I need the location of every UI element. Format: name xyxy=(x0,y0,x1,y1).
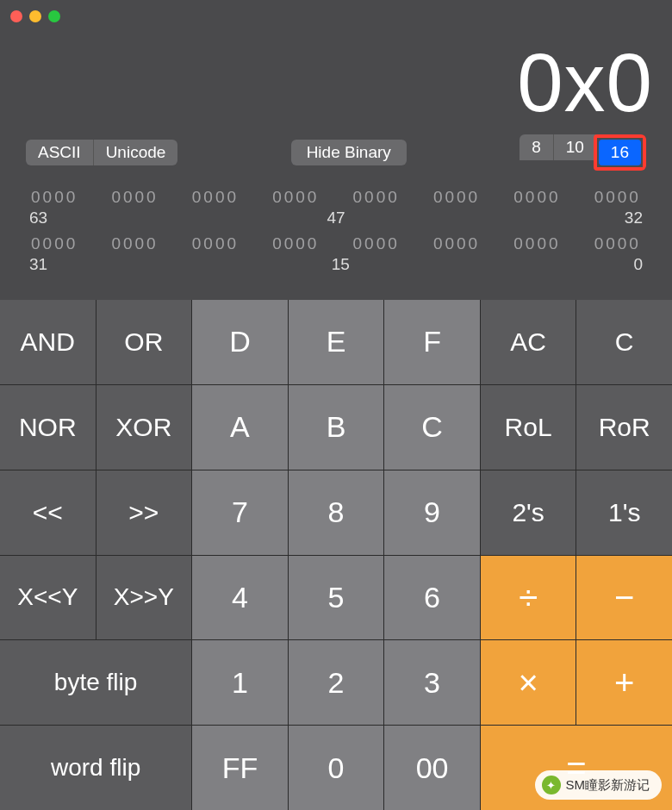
binary-row-high[interactable]: 0000 0000 0000 0000 0000 0000 0000 0000 xyxy=(26,188,646,207)
maximize-icon[interactable] xyxy=(48,10,60,22)
binary-row-low[interactable]: 0000 0000 0000 0000 0000 0000 0000 0000 xyxy=(26,234,646,253)
bit-group[interactable]: 0000 xyxy=(111,188,158,207)
base-10-button[interactable]: 10 xyxy=(554,134,597,160)
bit-group[interactable]: 0000 xyxy=(111,234,158,253)
bit-group[interactable]: 0000 xyxy=(433,234,480,253)
digit-4-button[interactable]: 4 xyxy=(192,556,288,640)
ascii-button[interactable]: ASCII xyxy=(26,140,94,165)
bit-index-label: 32 xyxy=(625,209,643,227)
double-zero-button[interactable]: 00 xyxy=(384,726,480,810)
encoding-segment: ASCII Unicode xyxy=(26,140,177,165)
digit-e-button[interactable]: E xyxy=(289,300,384,384)
byte-flip-button[interactable]: byte flip xyxy=(0,640,191,725)
and-button[interactable]: AND xyxy=(0,300,96,384)
close-icon[interactable] xyxy=(10,10,22,22)
ror-button[interactable]: RoR xyxy=(576,385,672,470)
base-segment: 8 10 16 xyxy=(520,134,646,171)
unicode-button[interactable]: Unicode xyxy=(94,140,178,165)
digit-d-button[interactable]: D xyxy=(192,300,288,384)
digit-b-button[interactable]: B xyxy=(289,385,384,470)
bit-index-label: 31 xyxy=(29,255,47,274)
watermark-badge: ✦ SM瞳影新游记 xyxy=(535,770,663,800)
x-shr-y-button[interactable]: X>>Y xyxy=(96,556,192,640)
digit-1-button[interactable]: 1 xyxy=(192,640,288,725)
bit-group[interactable]: 0000 xyxy=(433,188,480,207)
titlebar xyxy=(0,0,672,33)
bit-group[interactable]: 0000 xyxy=(353,234,400,253)
ff-button[interactable]: FF xyxy=(192,726,288,810)
binary-labels-low: 31 15 0 xyxy=(26,255,646,281)
calculator-window: 0x0 ASCII Unicode Hide Binary 8 10 16 00… xyxy=(0,0,672,810)
watermark-text: SM瞳影新游记 xyxy=(566,777,650,794)
digit-a-button[interactable]: A xyxy=(192,385,288,470)
digit-f-button[interactable]: F xyxy=(384,300,480,384)
bit-group[interactable]: 0000 xyxy=(353,188,400,207)
bit-group[interactable]: 0000 xyxy=(513,234,560,253)
binary-toggle-segment: Hide Binary xyxy=(291,140,407,165)
wechat-icon: ✦ xyxy=(542,776,561,794)
bit-group[interactable]: 0000 xyxy=(594,234,641,253)
multiply-button[interactable]: × xyxy=(481,640,576,725)
bit-group[interactable]: 0000 xyxy=(31,234,78,253)
bit-group[interactable]: 0000 xyxy=(594,188,641,207)
base-8-button[interactable]: 8 xyxy=(520,134,554,160)
minimize-icon[interactable] xyxy=(29,10,41,22)
rol-button[interactable]: RoL xyxy=(481,385,576,470)
shift-right-button[interactable]: >> xyxy=(96,470,192,555)
clear-button[interactable]: C xyxy=(576,300,672,384)
binary-labels-high: 63 47 32 xyxy=(26,209,646,234)
bit-group[interactable]: 0000 xyxy=(192,188,239,207)
divide-button[interactable]: ÷ xyxy=(481,556,576,640)
or-button[interactable]: OR xyxy=(96,300,192,384)
twos-complement-button[interactable]: 2's xyxy=(481,470,576,555)
digit-6-button[interactable]: 6 xyxy=(384,556,480,640)
bit-index-label: 63 xyxy=(29,209,47,227)
bit-index-label: 0 xyxy=(633,255,643,274)
base-16-button[interactable]: 16 xyxy=(599,140,641,165)
bit-group[interactable]: 0000 xyxy=(31,188,78,207)
digit-7-button[interactable]: 7 xyxy=(192,470,288,555)
all-clear-button[interactable]: AC xyxy=(481,300,576,384)
digit-5-button[interactable]: 5 xyxy=(289,556,384,640)
hide-binary-button[interactable]: Hide Binary xyxy=(291,140,407,165)
digit-2-button[interactable]: 2 xyxy=(289,640,384,725)
digit-9-button[interactable]: 9 xyxy=(384,470,480,555)
x-shl-y-button[interactable]: X<<Y xyxy=(0,556,96,640)
bit-index-label: 47 xyxy=(327,209,345,227)
digit-0-button[interactable]: 0 xyxy=(289,726,384,810)
bit-group[interactable]: 0000 xyxy=(513,188,560,207)
ones-complement-button[interactable]: 1's xyxy=(576,470,672,555)
display-area: 0x0 xyxy=(0,33,672,133)
controls-row: ASCII Unicode Hide Binary 8 10 16 xyxy=(0,133,672,172)
bit-group[interactable]: 0000 xyxy=(272,188,319,207)
bit-group[interactable]: 0000 xyxy=(272,234,319,253)
word-flip-button[interactable]: word flip xyxy=(0,726,191,810)
digit-8-button[interactable]: 8 xyxy=(289,470,384,555)
digit-c-button[interactable]: C xyxy=(384,385,480,470)
shift-left-button[interactable]: << xyxy=(0,470,96,555)
keypad: AND OR D E F AC C NOR XOR A B C RoL RoR … xyxy=(0,300,672,810)
xor-button[interactable]: XOR xyxy=(96,385,192,470)
binary-display: 0000 0000 0000 0000 0000 0000 0000 0000 … xyxy=(0,172,672,300)
minus-button[interactable]: − xyxy=(576,556,672,640)
digit-3-button[interactable]: 3 xyxy=(384,640,480,725)
bit-index-label: 15 xyxy=(332,255,350,274)
nor-button[interactable]: NOR xyxy=(0,385,96,470)
plus-button[interactable]: + xyxy=(576,640,672,725)
display-value: 0x0 xyxy=(517,35,653,130)
highlight-annotation: 16 xyxy=(594,134,646,171)
bit-group[interactable]: 0000 xyxy=(192,234,239,253)
